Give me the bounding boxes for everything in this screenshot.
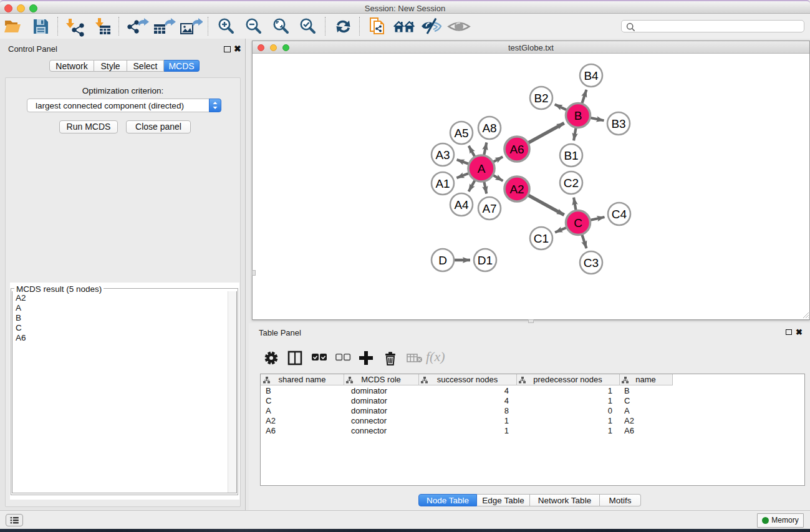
svg-text:D: D <box>438 254 447 267</box>
svg-text:A4: A4 <box>454 198 469 211</box>
svg-text:B3: B3 <box>611 117 625 130</box>
svg-text:B4: B4 <box>584 69 599 82</box>
svg-text:B2: B2 <box>534 92 548 105</box>
svg-text:A3: A3 <box>435 148 450 162</box>
svg-text:A: A <box>478 162 486 175</box>
svg-text:A2: A2 <box>509 183 524 196</box>
svg-text:A1: A1 <box>435 177 450 190</box>
svg-text:C2: C2 <box>564 177 579 190</box>
svg-text:D1: D1 <box>478 254 493 267</box>
svg-text:A7: A7 <box>482 202 496 215</box>
svg-text:C1: C1 <box>534 232 549 245</box>
svg-text:C4: C4 <box>612 208 627 221</box>
svg-text:C3: C3 <box>584 256 599 269</box>
svg-text:C: C <box>574 216 582 230</box>
svg-text:A6: A6 <box>509 143 524 156</box>
svg-text:A8: A8 <box>482 122 496 135</box>
svg-text:B: B <box>574 109 582 122</box>
svg-text:B1: B1 <box>564 149 578 162</box>
svg-text:A5: A5 <box>454 127 468 140</box>
